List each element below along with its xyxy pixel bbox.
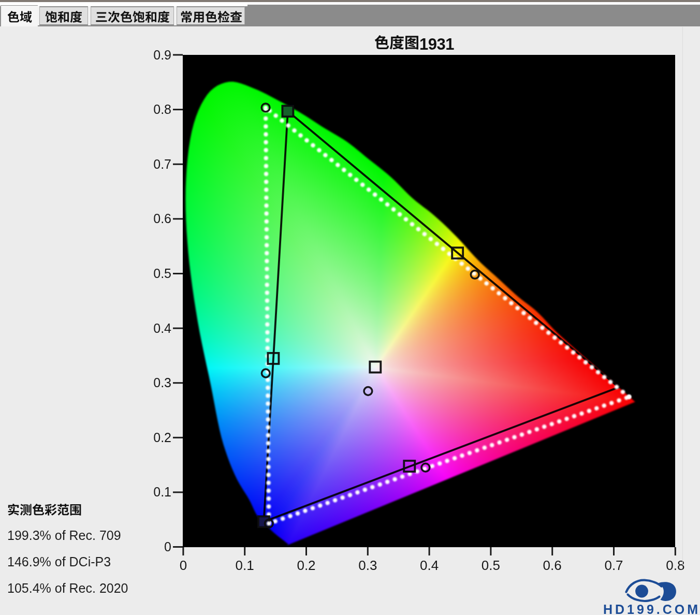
svg-text:HD199.COM: HD199.COM bbox=[603, 602, 700, 615]
